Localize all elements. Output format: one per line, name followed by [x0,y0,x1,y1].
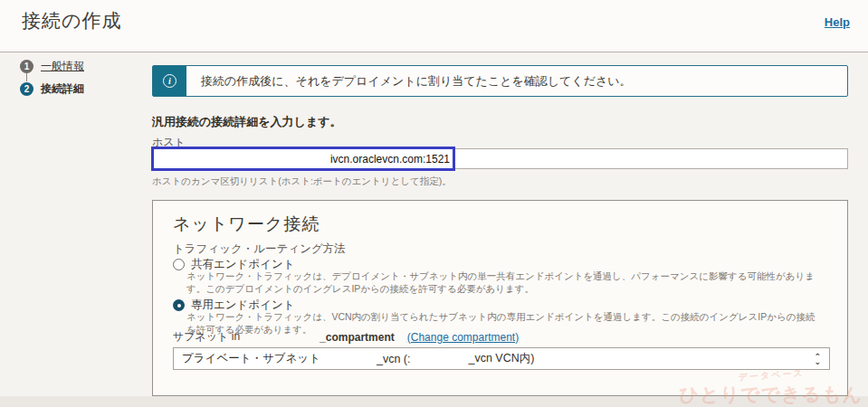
masked-text [320,354,377,364]
compartment-name: _compartment [320,331,395,344]
step-label[interactable]: 一般情報 [41,59,84,74]
masked-text [240,332,320,343]
step-number-badge: 1 [20,60,33,73]
wizard-step-general-info[interactable]: 1 一般情報 [20,59,84,74]
create-connection-page: 接続の作成 Help 1 一般情報 2 接続詳細 i 接続の作成後に、それをデプ… [0,0,868,407]
host-helper-text: ホストのカンマ区切りリスト(ホスト:ポートのエントリとして指定)。 [152,175,452,188]
subnet-select-value: プライベート・サブネット [182,351,320,366]
info-banner: i 接続の作成後に、それをデプロイメントに割り当てたことを確認してください。 [152,65,848,97]
change-compartment-link[interactable]: (Change compartment) [407,331,519,344]
info-icon: i [163,74,176,88]
shared-endpoint-description: ネットワーク・トラフィックは、デプロイメント・サブネット内の単一共有エンドポイン… [186,270,816,295]
radio-unselected-icon[interactable] [173,259,185,270]
info-banner-accent: i [153,66,186,96]
subnet-select-vcn: _vcn (: [377,353,411,365]
step-number-badge: 2 [20,82,33,96]
network-connection-panel: ネットワーク接続 トラフィック・ルーティング方法 共有エンドポイント ネットワー… [152,200,848,396]
page-title: 接続の作成 [22,8,122,33]
masked-text [410,354,468,364]
subnet-label: サブネット in [173,329,240,345]
select-updown-icon[interactable]: ⌃⌄ [814,354,821,364]
info-banner-message: 接続の作成後に、それをデプロイメントに割り当てたことを確認してください。 [201,73,632,90]
subnet-select[interactable]: プライベート・サブネット _vcn (: _vcn VCN内) ⌃⌄ [173,347,830,370]
form-intro-text: 汎用接続の接続詳細を入力します。 [152,114,342,130]
bottom-edge-strip [0,396,868,407]
radio-selected-icon[interactable] [173,299,185,311]
help-link[interactable]: Help [825,15,850,29]
wizard-step-connection-details: 2 接続詳細 [20,81,84,97]
step-connector-line [26,73,27,81]
traffic-routing-label: トラフィック・ルーティング方法 [173,241,346,257]
host-value: ivcn.oraclevcn.com:1521 [330,153,453,166]
network-panel-heading: ネットワーク接続 [173,213,320,236]
subnet-select-vcn-suffix: _vcn VCN内) [468,351,534,366]
host-value-highlight-box[interactable]: ivcn.oraclevcn.com:1521 [151,147,455,171]
masked-text [395,332,407,343]
step-label: 接続詳細 [41,81,84,97]
subnet-label-row: サブネット in _compartment (Change compartmen… [173,329,519,345]
